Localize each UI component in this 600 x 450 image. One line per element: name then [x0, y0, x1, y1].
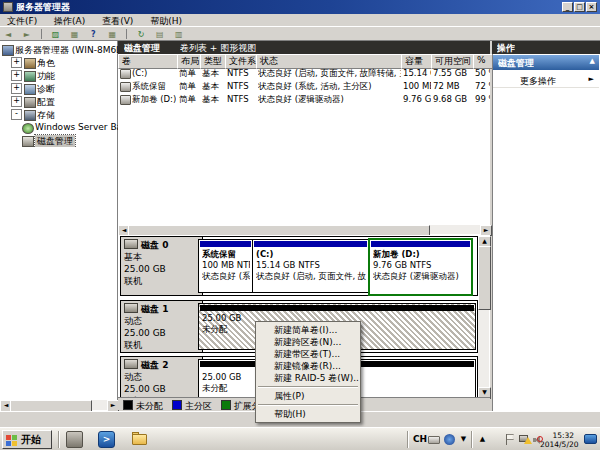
minimize-button[interactable]: _: [562, 2, 573, 12]
volume-icon: [120, 82, 131, 92]
menu-file[interactable]: 文件(F): [0, 14, 44, 27]
network-status-icon[interactable]: [519, 435, 530, 444]
flag-shape: [506, 434, 514, 440]
quicklaunch-explorer-icon[interactable]: [131, 431, 148, 448]
volume-icon: [120, 95, 131, 105]
menu-item-new-striped-volume[interactable]: 新建带区卷(T)...: [257, 348, 359, 360]
up-level-icon[interactable]: ▨: [49, 29, 63, 41]
restore-button[interactable]: □: [574, 2, 585, 12]
tree-item-features[interactable]: + 功能: [0, 69, 118, 82]
legend-primary-swatch: [172, 400, 182, 410]
taskbar: 开始 > CH ▼ ▲ 15:32 2014/5/20: [0, 427, 600, 450]
clock-time: 15:32: [552, 431, 574, 440]
server-manager-icon: [2, 45, 14, 56]
menu-help[interactable]: 帮助(H): [143, 14, 189, 27]
disk-1-label[interactable]: 磁盘 1 动态 25.00 GB 联机: [121, 301, 203, 352]
refresh-icon[interactable]: ↻: [134, 29, 148, 41]
menu-bar: 文件(F) 操作(A) 查看(V) 帮助(H): [0, 14, 600, 27]
features-icon: [24, 71, 36, 82]
volume-list-hscrollbar[interactable]: ◄ ►: [118, 225, 490, 234]
toolbar: ◄ ► ▨ ▦ ? ▦ ↻ ▤ ▥: [0, 28, 600, 41]
menu-item-new-spanned-volume[interactable]: 新建跨区卷(N)...: [257, 336, 359, 348]
graphic-vscrollbar[interactable]: ▲ ▼: [478, 236, 489, 397]
partition-c[interactable]: (C:) 15.14 GB NTFS 状态良好 (启动, 页面文件, 故障转储,…: [252, 239, 369, 293]
tree-item-roles[interactable]: + 角色: [0, 56, 118, 69]
menu-separator: [258, 386, 358, 388]
tree-item-windows-server-backup[interactable]: Windows Server Backup: [0, 121, 118, 134]
menu-item-new-simple-volume[interactable]: 新建简单卷(I)...: [257, 324, 359, 336]
scrollbar-thumb[interactable]: [478, 246, 491, 310]
actions-pane: [492, 41, 600, 411]
volume-list: 卷 布局 类型 文件系统 状态 容量 可用空间 % (C:) 简单 基本 NTF…: [118, 54, 490, 235]
hidden-icons-chevron-icon[interactable]: ▲: [478, 435, 487, 444]
menu-view[interactable]: 查看(V): [95, 14, 140, 27]
console-tree-icon[interactable]: ▦: [68, 29, 82, 41]
language-indicator[interactable]: CH: [413, 434, 427, 444]
tray-clock[interactable]: 15:32 2014/5/20: [540, 431, 574, 449]
menu-item-help[interactable]: 帮助(H): [257, 408, 359, 420]
volume-row-system-reserved[interactable]: 系统保留 简单 基本 NTFS 状态良好 (系统, 活动, 主分区) 100 M…: [118, 80, 490, 93]
back-icon[interactable]: ◄: [1, 29, 15, 41]
menu-action[interactable]: 操作(A): [47, 14, 92, 27]
server-manager-app-icon: [3, 2, 13, 12]
legend-extended-swatch: [221, 400, 231, 410]
tray-window-icon[interactable]: [584, 434, 597, 444]
menu-item-new-raid5-volume[interactable]: 新建 RAID-5 卷(W)...: [257, 372, 359, 384]
collapse-section-icon[interactable]: ▲: [590, 57, 595, 65]
menu-item-new-mirrored-volume[interactable]: 新建镜像卷(R)...: [257, 360, 359, 372]
keyboard-layout-icon[interactable]: [428, 436, 440, 444]
clock-date: 2014/5/20: [540, 440, 578, 449]
volume-icon: [120, 69, 131, 79]
disk-icon: [124, 359, 138, 369]
disk-0-label[interactable]: 磁盘 0 基本 25.00 GB 联机: [121, 237, 203, 295]
tree-item-storage[interactable]: - 存储: [0, 108, 118, 121]
storage-icon: [24, 110, 36, 121]
window-title: 服务器管理器: [16, 1, 70, 14]
more-actions-item[interactable]: 更多操作 ►: [493, 72, 599, 88]
unallocated-stripe: [200, 305, 474, 311]
language-bar-options-icon[interactable]: ▼: [459, 435, 468, 444]
roles-icon: [24, 58, 36, 69]
action-center-flag-icon[interactable]: [506, 434, 516, 445]
tree-item-configuration[interactable]: + 配置: [0, 95, 118, 108]
configuration-icon: [24, 97, 36, 108]
start-button[interactable]: 开始: [2, 430, 52, 449]
disk-management-icon: [22, 136, 34, 147]
menu-separator: [258, 404, 358, 406]
close-button[interactable]: ×: [586, 2, 597, 12]
tree-item-diagnostics[interactable]: + 诊断: [0, 82, 118, 95]
expand-icon[interactable]: +: [11, 57, 22, 68]
help-icon[interactable]: ?: [86, 29, 100, 41]
quicklaunch-powershell-icon[interactable]: >: [98, 431, 115, 448]
folder-icon: [132, 434, 147, 445]
diagnostics-icon: [24, 84, 36, 95]
expand-icon[interactable]: +: [11, 70, 22, 81]
disk-2-label[interactable]: 磁盘 2 动态 25.00 GB 联机: [121, 357, 203, 398]
collapse-icon[interactable]: -: [11, 109, 22, 120]
ime-settings-icon[interactable]: [444, 434, 455, 445]
toolbar-separator: [126, 29, 127, 39]
expand-icon[interactable]: +: [11, 96, 22, 107]
tray-separator: [407, 431, 409, 448]
submenu-arrow-icon: ►: [589, 75, 594, 83]
legend-unallocated-swatch: [123, 400, 133, 410]
window-icon[interactable]: ▦: [105, 29, 119, 41]
disk-icon: [124, 239, 138, 249]
expand-icon[interactable]: +: [11, 83, 22, 94]
volume-row-c[interactable]: (C:) 简单 基本 NTFS 状态良好 (启动, 页面文件, 故障转储, 主分…: [118, 67, 490, 80]
properties-icon[interactable]: ▤: [153, 29, 167, 41]
forward-icon[interactable]: ►: [20, 29, 34, 41]
volume-row-new-volume-d[interactable]: 新加卷 (D:) 简单 基本 NTFS 状态良好 (逻辑驱动器) 9.76 GB…: [118, 93, 490, 106]
partition-new-volume-d[interactable]: 新加卷 (D:) 9.76 GB NTFS 状态良好 (逻辑驱动器): [368, 238, 473, 296]
tree-hscrollbar[interactable]: ◄ ►: [0, 400, 117, 410]
partition-system-reserved[interactable]: 系统保留 100 MB NTFS 状态良好 (系统, 活动, 主分区): [198, 239, 253, 293]
primary-partition-stripe: [254, 241, 367, 247]
tree-item-root[interactable]: 服务器管理器 (WIN-8M6LE9P0V5): [0, 43, 118, 56]
actions-section-disk-management[interactable]: 磁盘管理 ▲: [493, 55, 599, 70]
tree-item-disk-management[interactable]: 磁盘管理: [0, 134, 118, 147]
disk-icon: [124, 303, 138, 313]
menu-item-properties[interactable]: 属性(P): [257, 390, 359, 402]
folder-tab: [132, 432, 139, 435]
export-list-icon[interactable]: ▥: [172, 29, 186, 41]
quicklaunch-server-manager-icon[interactable]: [66, 431, 83, 448]
